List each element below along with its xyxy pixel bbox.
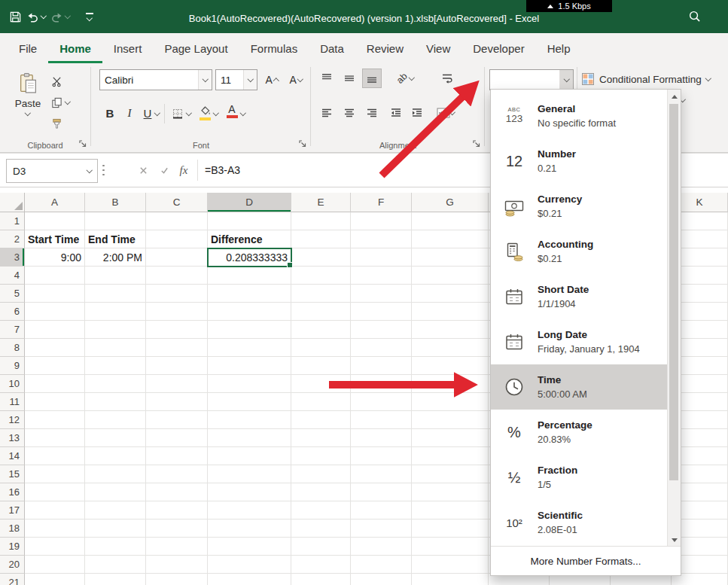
- column-header-g[interactable]: G: [412, 193, 489, 212]
- cell-c15[interactable]: [146, 465, 208, 483]
- cell-e5[interactable]: [291, 285, 351, 303]
- cell-e13[interactable]: [291, 429, 351, 447]
- row-header-4[interactable]: 4: [0, 267, 25, 285]
- cell-g14[interactable]: [412, 447, 489, 465]
- cell-f5[interactable]: [351, 285, 412, 303]
- row-header-2[interactable]: 2: [0, 230, 25, 248]
- row-header-6[interactable]: 6: [0, 303, 25, 321]
- chevron-down-icon[interactable]: [243, 70, 257, 90]
- scrollbar-down-button[interactable]: [668, 534, 681, 546]
- cell-f17[interactable]: [351, 501, 412, 519]
- borders-button[interactable]: [169, 105, 187, 123]
- cell-g9[interactable]: [412, 357, 489, 375]
- cell-a12[interactable]: [25, 411, 85, 429]
- cell-c5[interactable]: [146, 285, 208, 303]
- bold-button[interactable]: B: [101, 104, 119, 122]
- increase-indent-button[interactable]: [408, 104, 426, 122]
- cell-c20[interactable]: [146, 556, 208, 574]
- cell-e11[interactable]: [291, 393, 351, 411]
- cell-f21[interactable]: [351, 574, 412, 585]
- cell-b3[interactable]: 2:00 PM: [85, 248, 146, 267]
- cell-e15[interactable]: [291, 465, 351, 483]
- format-option-accounting[interactable]: Accounting$0.21: [491, 229, 668, 274]
- cell-c18[interactable]: [146, 519, 208, 538]
- cut-button[interactable]: [48, 72, 83, 90]
- row-header-11[interactable]: 11: [0, 393, 25, 411]
- insert-function-button[interactable]: fx: [175, 161, 193, 179]
- cell-b5[interactable]: [85, 285, 146, 303]
- borders-dropdown-icon[interactable]: [186, 110, 192, 116]
- scrollbar-up-button[interactable]: [668, 90, 681, 102]
- cell-c13[interactable]: [146, 429, 208, 447]
- cell-g21[interactable]: [412, 574, 489, 585]
- column-header-a[interactable]: A: [25, 193, 85, 212]
- format-option-number[interactable]: 12Number0.21: [491, 139, 668, 184]
- cell-a4[interactable]: [25, 267, 85, 285]
- decrease-font-size-button[interactable]: A: [285, 71, 307, 89]
- cell-a21[interactable]: [25, 574, 85, 585]
- tab-formulas[interactable]: Formulas: [239, 33, 309, 63]
- cell-e2[interactable]: [291, 230, 351, 248]
- cell-c14[interactable]: [146, 447, 208, 465]
- cell-f8[interactable]: [351, 339, 412, 357]
- format-option-general[interactable]: ABC123GeneralNo specific format: [491, 93, 668, 139]
- formula-input[interactable]: =B3-A3: [205, 154, 240, 187]
- align-right-button[interactable]: [363, 104, 381, 122]
- cell-d18[interactable]: [208, 519, 291, 538]
- cell-f14[interactable]: [351, 447, 412, 465]
- row-header-7[interactable]: 7: [0, 321, 25, 339]
- cell-g6[interactable]: [412, 303, 489, 321]
- cell-e6[interactable]: [291, 303, 351, 321]
- cell-a5[interactable]: [25, 285, 85, 303]
- merge-center-button[interactable]: [431, 104, 461, 122]
- cell-c9[interactable]: [146, 357, 208, 375]
- fill-color-dropdown-icon[interactable]: [213, 110, 219, 116]
- cell-a1[interactable]: [25, 212, 85, 230]
- cell-d4[interactable]: [208, 267, 291, 285]
- cell-g1[interactable]: [412, 212, 489, 230]
- fill-color-button[interactable]: [196, 105, 214, 120]
- cell-b1[interactable]: [85, 212, 146, 230]
- format-option-long-date[interactable]: Long DateFriday, January 1, 1904: [491, 319, 668, 364]
- cell-f7[interactable]: [351, 321, 412, 339]
- row-header-10[interactable]: 10: [0, 375, 25, 393]
- row-header-12[interactable]: 12: [0, 411, 25, 429]
- cell-d8[interactable]: [208, 339, 291, 357]
- cell-c6[interactable]: [146, 303, 208, 321]
- search-icon[interactable]: [688, 10, 701, 26]
- cell-a7[interactable]: [25, 321, 85, 339]
- cell-c3[interactable]: [146, 248, 208, 267]
- number-format-select[interactable]: [489, 69, 574, 90]
- cell-d15[interactable]: [208, 465, 291, 483]
- cell-g18[interactable]: [412, 519, 489, 538]
- cell-b18[interactable]: [85, 519, 146, 538]
- row-header-5[interactable]: 5: [0, 285, 25, 303]
- row-header-13[interactable]: 13: [0, 429, 25, 447]
- cell-g5[interactable]: [412, 285, 489, 303]
- wrap-text-button[interactable]: [438, 69, 456, 87]
- cell-d9[interactable]: [208, 357, 291, 375]
- copy-button[interactable]: [48, 93, 83, 111]
- cell-c7[interactable]: [146, 321, 208, 339]
- cell-e10[interactable]: [291, 375, 351, 393]
- column-header-f[interactable]: F: [351, 193, 412, 212]
- cell-b6[interactable]: [85, 303, 146, 321]
- cancel-button[interactable]: [134, 161, 152, 179]
- cell-c11[interactable]: [146, 393, 208, 411]
- cell-g7[interactable]: [412, 321, 489, 339]
- cell-e3[interactable]: [291, 248, 351, 267]
- cell-g4[interactable]: [412, 267, 489, 285]
- format-option-percentage[interactable]: %Percentage20.83%: [491, 410, 668, 455]
- cell-f3[interactable]: [351, 248, 412, 267]
- cell-e9[interactable]: [291, 357, 351, 375]
- cell-g2[interactable]: [412, 230, 489, 248]
- chevron-down-icon[interactable]: [82, 160, 97, 182]
- format-option-short-date[interactable]: Short Date1/1/1904: [491, 274, 668, 319]
- row-header-21[interactable]: 21: [0, 574, 25, 585]
- tab-home[interactable]: Home: [48, 33, 102, 63]
- format-option-time[interactable]: Time5:00:00 AM: [491, 364, 668, 410]
- italic-button[interactable]: I: [120, 104, 139, 122]
- cell-e19[interactable]: [291, 538, 351, 556]
- chevron-down-icon[interactable]: [559, 70, 573, 90]
- align-top-button[interactable]: [318, 69, 336, 87]
